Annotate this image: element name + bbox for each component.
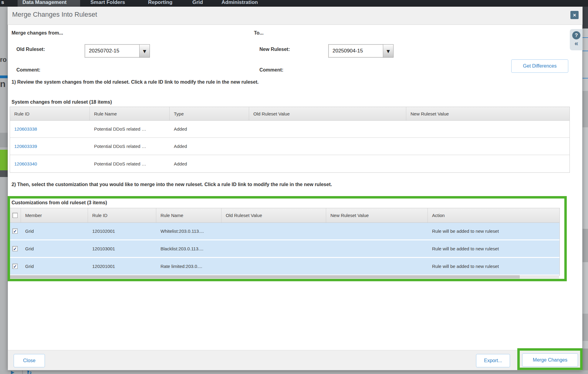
action-cell: Rule will be added to new ruleset [428,229,559,234]
system-table-title: System changes from old ruleset (18 item… [12,99,112,105]
row-checkbox-checked[interactable]: ✓ [12,264,18,269]
member-cell: Grid [21,246,88,251]
column-header-action: Action [428,208,559,222]
row-checkbox-checked[interactable]: ✓ [12,246,18,251]
rule-id-link[interactable]: 120603338 [10,126,90,132]
rule-id-cell: 120201001 [88,264,156,269]
customizations-table: Member Rule ID Rule Name Old Ruleset Val… [10,208,560,276]
table-row: 120603340 Potential DDoS related … Added [10,155,569,172]
select-all-checkbox[interactable] [12,213,18,218]
rule-id-link[interactable]: 120603339 [10,144,90,149]
background-gray-block [583,314,588,341]
top-nav-bar: s Data Management Smart Folders Reportin… [0,0,588,7]
rule-name-cell: Whitelist:203.0.113.... [156,229,221,234]
collapse-panel-icon[interactable]: « [572,40,580,48]
custom-table-title: Customizations from old ruleset (3 items… [12,200,107,205]
rule-name-cell: Blacklist:203.0.113.... [156,246,221,251]
rule-id-cell: 120103001 [88,246,156,251]
new-ruleset-select[interactable]: 20250904-15 ▾ [328,44,394,58]
background-text-fragment: ro [0,56,7,64]
dialog-title: Merge Changes Into Ruleset [12,11,97,18]
background-row-line [583,37,588,38]
column-header-rule-id: Rule ID [88,208,156,222]
checkbox-cell: ✓ [10,264,21,269]
help-icon[interactable]: ? [572,31,580,39]
merge-from-heading: Merge changes from... [12,30,63,36]
column-header-rule-name: Rule Name [90,107,170,120]
column-header-old-value: Old Ruleset Value [221,208,326,222]
column-header-old-value: Old Ruleset Value [249,107,406,120]
tab-grid[interactable]: Grid [192,0,203,7]
table-row: 120603338 Potential DDoS related … Added [10,121,569,138]
rule-id-cell: 120102001 [88,229,156,234]
close-button[interactable]: Close [14,354,45,367]
custom-table-header: Member Rule ID Rule Name Old Ruleset Val… [10,208,559,223]
old-ruleset-label: Old Ruleset: [16,47,45,52]
table-row-selected[interactable]: ✓ Grid 120103001 Blacklist:203.0.113....… [10,240,559,257]
step2-instruction: 2) Then, select the customization that y… [12,182,332,187]
table-row-selected[interactable]: ✓ Grid 120201001 Rate limited:203.0.... … [10,258,559,275]
tab-reporting[interactable]: Reporting [148,0,172,7]
merge-to-heading: To... [254,30,264,36]
type-cell: Added [170,144,249,149]
to-comment-label: Comment: [259,67,283,73]
background-gray-block [583,229,588,262]
rule-name-cell: Potential DDoS related … [90,161,170,166]
close-icon[interactable]: ✕ [570,11,579,19]
step1-instruction: 1) Review the system changes from the ol… [12,79,259,85]
select-all-cell [10,208,21,222]
background-dark-block [0,170,8,177]
horizontal-scrollbar[interactable] [10,275,559,279]
screen: s Data Management Smart Folders Reportin… [0,0,588,374]
new-ruleset-label: New Ruleset: [259,47,290,52]
background-blue-bar [0,75,8,78]
rule-name-cell: Potential DDoS related … [90,144,170,149]
tab-smart-folders[interactable]: Smart Folders [90,0,125,7]
export-button[interactable]: Export... [476,354,510,367]
background-gray-block [0,133,8,147]
column-header-rule-name: Rule Name [156,208,221,222]
skip-forward-icon: ▶ [11,370,14,374]
old-ruleset-value: 20250702-15 [85,45,139,57]
member-cell: Grid [21,229,88,234]
background-gray-block [583,91,588,127]
system-changes-table: Rule ID Rule Name Type Old Ruleset Value… [10,107,570,173]
from-comment-label: Comment: [16,67,40,73]
merge-changes-button[interactable]: Merge Changes [522,353,578,367]
checkbox-cell: ✓ [10,229,21,234]
row-checkbox-checked[interactable]: ✓ [12,229,18,234]
chevron-down-icon[interactable]: ▾ [383,45,393,57]
tab-fragment[interactable]: s [1,0,4,7]
member-cell: Grid [21,264,88,269]
action-cell: Rule will be added to new ruleset [428,264,559,269]
background-bottom-toolbar: ▶ | ↻ [0,370,588,374]
scrollbar-thumb[interactable] [10,275,520,279]
tab-data-management[interactable]: Data Management [22,0,66,7]
system-table-header: Rule ID Rule Name Type Old Ruleset Value… [10,107,569,121]
rule-name-cell: Rate limited:203.0.... [156,264,221,269]
background-green-block [0,150,8,170]
rule-id-link[interactable]: 120603340 [10,161,90,166]
rule-name-cell: Potential DDoS related … [90,126,170,132]
column-header-new-value: New Ruleset Value [326,208,428,222]
column-header-type: Type [170,107,249,120]
background-text-fragment: n [0,79,5,89]
tab-administration[interactable]: Administration [221,0,258,7]
table-row-selected[interactable]: ✓ Grid 120102001 Whitelist:203.0.113....… [10,223,559,239]
background-row-line [583,78,588,78]
checkbox-cell: ✓ [10,246,21,251]
chevron-down-icon[interactable]: ▾ [139,45,150,57]
type-cell: Added [170,161,249,166]
old-ruleset-select[interactable]: 20250702-15 ▾ [85,44,150,58]
column-header-new-value: New Ruleset Value [406,107,569,120]
get-differences-button[interactable]: Get Differences [511,59,568,73]
merge-changes-dialog [8,7,583,370]
type-cell: Added [170,126,249,132]
table-row: 120603339 Potential DDoS related … Added [10,138,569,155]
column-header-member: Member [21,208,88,222]
action-cell: Rule will be added to new ruleset [428,246,559,251]
background-row-line [583,51,588,51]
new-ruleset-value: 20250904-15 [329,45,383,57]
background-right-dark [583,7,588,28]
column-header-rule-id: Rule ID [10,107,90,120]
